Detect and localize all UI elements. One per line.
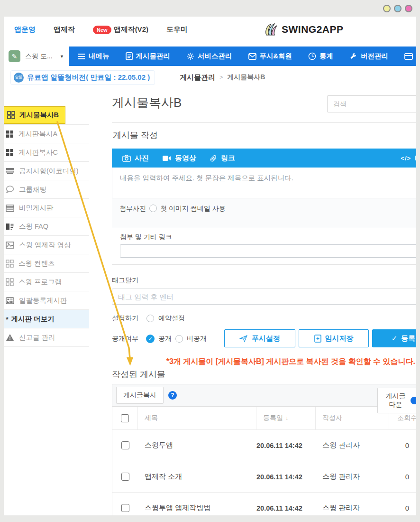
search-input[interactable] <box>327 95 416 112</box>
select-all-checkbox[interactable] <box>121 414 129 422</box>
nav-app-operate[interactable]: 앱운영 <box>14 25 36 34</box>
window-dot-pink[interactable] <box>405 5 412 12</box>
sidebar-item-more-boards[interactable]: * 게시판 더보기 <box>4 310 89 328</box>
video-button[interactable]: 동영상 <box>162 154 196 163</box>
public-option-label: 공개 <box>158 335 172 343</box>
sidebar-item-batch-board[interactable]: 일괄등록게시판 <box>4 291 89 310</box>
tag-input[interactable] <box>112 289 416 305</box>
post-title[interactable]: 스윙투앱 앱제작방법 <box>138 503 256 513</box>
sidebar-item-swing-faq[interactable]: 스윙 FAQ <box>4 217 89 236</box>
navbar-item-statistics[interactable]: 통계 <box>308 52 333 61</box>
save-draft-button[interactable]: 임시저장 <box>299 329 369 347</box>
attach-link-input[interactable] <box>120 244 416 258</box>
navbar-item-service-management[interactable]: 서비스관리 <box>186 52 232 61</box>
compose-section-title: 게시물 작성 <box>113 130 416 141</box>
chevron-down-icon: ▼ <box>60 54 64 59</box>
sidebar-item-swing-contents[interactable]: 스윙 컨텐츠 <box>4 254 89 273</box>
help-icon[interactable]: ? <box>168 391 177 400</box>
clock-icon <box>308 52 316 60</box>
attach-photo-option-label: 첫 이미지 썸네일 사용 <box>160 205 226 213</box>
navbar-item-post-management[interactable]: 게시물관리 <box>126 52 171 61</box>
copy-posts-button[interactable]: 게시글복사 <box>116 387 164 404</box>
private-radio[interactable] <box>175 335 183 343</box>
plan-info[interactable]: 알뜰 유료앱 알뜰형버전( 만료일 : 22.05.02 ) <box>10 70 155 85</box>
row-checkbox[interactable] <box>121 441 129 449</box>
post-date: 20.06.11 14:42 <box>256 504 316 512</box>
navbar-item-payment[interactable]: 결제 <box>404 52 416 61</box>
grid-filled-icon <box>6 149 14 157</box>
warning-icon <box>6 334 14 341</box>
sidebar-item-swing-program[interactable]: 스윙 프로그램 <box>4 273 89 291</box>
nav-app-create-v2[interactable]: New 앱제작(V2) <box>93 25 148 34</box>
attach-link-label: 첨부 및 기타 링크 <box>120 233 416 242</box>
window-dot-blue[interactable] <box>394 5 402 12</box>
image-icon <box>6 242 14 249</box>
sidebar-item-app-videos[interactable]: 스윙 앱제작 영상 <box>4 236 89 254</box>
row-checkbox[interactable] <box>121 473 129 481</box>
post-views: 0 <box>389 441 416 449</box>
card-icon <box>404 53 413 60</box>
visibility-label: 공개여부 <box>112 335 138 343</box>
navbar-item-version-management[interactable]: 버전관리 <box>349 52 388 61</box>
sidebar-item-report-management[interactable]: 신고글 관리 <box>4 328 89 347</box>
tutorial-annotation: *3개 게시물이 [게시물복사B] 게시판으로 복사된 것을 확인할 수 있습니… <box>112 357 415 367</box>
app-header: 앱운영 앱제작 New 앱제작(V2) 도우미 SWING2APP <box>4 17 416 43</box>
file-plus-icon <box>314 335 321 343</box>
thumbnail-radio[interactable] <box>149 205 157 212</box>
sidebar-item-label: 공지사항(아코디언) <box>19 167 79 176</box>
table-row[interactable]: 스윙투앱 20.06.11 14:42 스윙 관리자 0 <box>112 429 416 461</box>
app-selector-dropdown[interactable]: ✎ 스윙 도... ▼ <box>4 47 69 66</box>
notice-icon <box>6 168 14 175</box>
post-title[interactable]: 스윙투앱 <box>138 441 256 450</box>
sidebar-item-post-copy-b[interactable]: 게시물복사B <box>4 106 65 124</box>
sidebar-item-label: 일괄등록게시판 <box>19 296 67 305</box>
submit-button[interactable]: ✓ 등록 <box>372 329 416 347</box>
download-posts-button[interactable]: 게시글다운 <box>377 388 416 413</box>
nav-helper[interactable]: 도우미 <box>166 25 188 34</box>
breadcrumb-section[interactable]: 게시물관리 <box>180 73 215 82</box>
navbar-item-my-menu[interactable]: 내메뉴 <box>77 52 110 61</box>
navbar-item-label: 내메뉴 <box>89 52 110 61</box>
video-icon <box>162 155 171 161</box>
sidebar-item-secret-board[interactable]: 비밀게시판 <box>4 199 89 217</box>
submit-label: 등록 <box>401 334 415 343</box>
schedule-radio[interactable] <box>146 315 154 322</box>
html-mode-button[interactable]: </> HTML <box>401 154 416 162</box>
sidebar-item-board-copy-c[interactable]: 게시판복사C <box>4 143 89 162</box>
sidebar-item-notice-accordion[interactable]: 공지사항(아코디언) <box>4 162 89 180</box>
nav-app-create-v2-label: 앱제작(V2) <box>114 25 148 34</box>
col-date[interactable]: 등록일 ↓ <box>256 407 316 429</box>
push-settings-button[interactable]: 푸시설정 <box>224 329 295 347</box>
settings-label: 설정하기 <box>112 314 138 323</box>
table-row[interactable]: 스윙투앱 앱제작방법 20.06.11 14:42 스윙 관리자 0 <box>112 492 416 515</box>
photo-button[interactable]: 사진 <box>122 154 149 163</box>
col-title[interactable]: 제목 <box>138 407 256 429</box>
faq-icon <box>6 223 14 230</box>
logo-swirl-icon <box>264 23 280 36</box>
post-views: 0 <box>389 504 416 512</box>
sidebar-item-board-copy-a[interactable]: 게시판복사A <box>4 125 89 143</box>
post-content-editor[interactable]: 내용을 입력하여 주세요. 첫 문장은 제목으로 표시됩니다. <box>112 168 416 198</box>
sidebar-item-label: 스윙 프로그램 <box>18 278 62 287</box>
plan-text: 유료앱 알뜰형버전( 만료일 : 22.05.02 ) <box>27 73 150 82</box>
link-button[interactable]: 링크 <box>210 154 235 163</box>
table-row[interactable]: 앱제작 소개 20.06.11 14:42 스윙 관리자 0 <box>112 461 416 492</box>
sidebar-item-label: 스윙 FAQ <box>19 222 48 231</box>
tag-label: 태그달기 <box>112 276 416 285</box>
chat-icon <box>6 186 14 193</box>
post-date: 20.06.11 14:42 <box>256 442 316 449</box>
navbar-item-push-members[interactable]: 푸시&회원 <box>248 52 292 61</box>
sidebar-item-group-chat[interactable]: 그룹채팅 <box>4 180 89 199</box>
settings-row: 설정하기 예약설정 <box>112 314 416 323</box>
batch-icon <box>6 297 14 304</box>
row-checkbox[interactable] <box>121 504 129 512</box>
navbar-item-label: 게시물관리 <box>136 52 171 61</box>
window-dot-yellow[interactable] <box>383 5 391 12</box>
attach-photo-row: 첨부사진 첫 이미지 썸네일 사용 <box>112 198 416 228</box>
public-checked-icon[interactable]: ✓ <box>146 335 155 343</box>
swing2app-logo[interactable]: SWING2APP <box>264 23 344 36</box>
compose-card: 게시물 작성 사진 동영상 링크 </> <box>112 122 416 265</box>
post-title[interactable]: 앱제작 소개 <box>138 472 256 481</box>
paper-plane-icon <box>239 335 248 343</box>
nav-app-create[interactable]: 앱제작 <box>54 25 75 34</box>
